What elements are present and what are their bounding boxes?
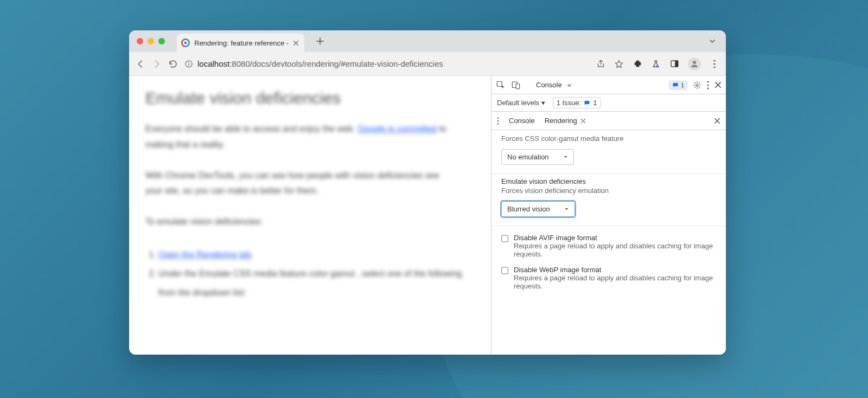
vision-deficiency-section: Emulate vision deficiencies Forces visio… bbox=[492, 174, 726, 226]
bookmark-star-icon[interactable] bbox=[614, 59, 624, 69]
drawer-close-icon[interactable] bbox=[714, 118, 720, 124]
issues-badge[interactable]: 1 bbox=[669, 81, 687, 89]
profile-avatar[interactable] bbox=[688, 57, 701, 70]
settings-gear-icon[interactable] bbox=[693, 81, 701, 89]
checkbox-description: Requires a page reload to apply and disa… bbox=[514, 242, 716, 258]
page-link[interactable]: Google is committed bbox=[358, 124, 437, 133]
color-gamut-select[interactable]: No emulation bbox=[501, 149, 574, 165]
section-title: Emulate vision deficiencies bbox=[501, 177, 716, 185]
drawer-menu-icon[interactable] bbox=[497, 117, 499, 125]
chrome-menu-icon[interactable] bbox=[710, 59, 719, 69]
page-title: Emulate vision deficiencies bbox=[145, 89, 475, 107]
address-bar[interactable]: localhost:8080/docs/devtools/rendering/#… bbox=[184, 59, 589, 68]
url-bar: localhost:8080/docs/devtools/rendering/#… bbox=[129, 52, 726, 76]
side-panel-icon[interactable] bbox=[669, 59, 679, 69]
svg-point-7 bbox=[188, 62, 189, 63]
svg-point-15 bbox=[713, 66, 715, 68]
window-maximize-dot[interactable] bbox=[158, 38, 165, 44]
back-button[interactable] bbox=[136, 59, 145, 69]
url-text: localhost:8080/docs/devtools/rendering/#… bbox=[197, 59, 443, 68]
svg-point-12 bbox=[693, 61, 696, 64]
tabs-dropdown-icon[interactable] bbox=[706, 35, 718, 47]
device-toggle-icon[interactable] bbox=[511, 80, 521, 90]
log-levels-dropdown[interactable]: Default levels ▾ bbox=[497, 99, 545, 107]
disable-webp-checkbox[interactable] bbox=[501, 267, 508, 274]
section-description: Forces CSS color-gamut media feature bbox=[501, 134, 716, 143]
svg-point-4 bbox=[184, 41, 187, 44]
svg-point-21 bbox=[707, 84, 709, 86]
site-info-icon[interactable] bbox=[184, 60, 193, 68]
svg-rect-8 bbox=[188, 63, 189, 66]
window-close-dot[interactable] bbox=[137, 38, 143, 44]
tab-title: Rendering: feature reference - bbox=[194, 39, 289, 47]
devtools-panel: Console » 1 Default levels ▾ 1 Issue: 1 bbox=[491, 76, 726, 355]
extensions-icon[interactable] bbox=[633, 59, 642, 69]
checkbox-title: Disable WebP image format bbox=[514, 266, 716, 274]
disable-webp-row: Disable WebP image format Requires a pag… bbox=[492, 260, 726, 292]
svg-point-20 bbox=[707, 81, 709, 82]
tab-close-icon[interactable] bbox=[293, 40, 299, 46]
browser-window: Rendering: feature reference - localhost… bbox=[129, 30, 726, 355]
list-item: Under the Emulate CSS media feature colo… bbox=[158, 264, 475, 302]
disable-avif-row: Disable AVIF image format Requires a pag… bbox=[492, 226, 726, 260]
drawer-tab-console[interactable]: Console bbox=[509, 117, 535, 125]
page-paragraph: With Chrome DevTools, you can see how pe… bbox=[145, 168, 449, 200]
page-link[interactable]: Open the Rendering tab bbox=[158, 250, 251, 259]
new-tab-button[interactable] bbox=[316, 37, 324, 45]
page-paragraph: To emulate vision deficiencies: bbox=[145, 214, 449, 230]
issues-link[interactable]: 1 Issue: 1 bbox=[553, 97, 601, 108]
close-icon[interactable] bbox=[580, 118, 586, 124]
forward-button[interactable] bbox=[152, 59, 162, 69]
console-filter-bar: Default levels ▾ 1 Issue: 1 bbox=[492, 94, 726, 112]
inspect-element-icon[interactable] bbox=[496, 80, 506, 90]
vision-deficiency-select[interactable]: Blurred vision bbox=[501, 201, 575, 217]
section-description: Forces vision deficiency emulation bbox=[501, 187, 716, 195]
devtools-more-tabs[interactable]: » bbox=[567, 81, 571, 89]
chrome-icon bbox=[181, 38, 190, 47]
chevron-down-icon bbox=[564, 207, 569, 211]
message-icon bbox=[584, 100, 590, 106]
content-area: Emulate vision deficiencies Everyone sho… bbox=[129, 76, 726, 355]
devtools-tab-console[interactable]: Console bbox=[536, 81, 562, 89]
svg-rect-11 bbox=[675, 61, 678, 67]
svg-point-19 bbox=[696, 84, 698, 86]
share-icon[interactable] bbox=[596, 59, 605, 69]
svg-point-25 bbox=[497, 123, 499, 124]
reload-button[interactable] bbox=[168, 59, 178, 69]
devtools-menu-icon[interactable] bbox=[707, 81, 709, 89]
disable-avif-checkbox[interactable] bbox=[501, 235, 508, 242]
svg-point-14 bbox=[713, 63, 715, 65]
checkbox-title: Disable AVIF image format bbox=[514, 234, 716, 242]
list-item: Open the Rendering tab. bbox=[158, 245, 475, 264]
browser-tab[interactable]: Rendering: feature reference - bbox=[177, 34, 304, 52]
window-minimize-dot[interactable] bbox=[148, 38, 154, 44]
svg-point-9 bbox=[656, 66, 658, 67]
page-content: Emulate vision deficiencies Everyone sho… bbox=[129, 76, 491, 355]
labs-icon[interactable] bbox=[651, 59, 661, 69]
svg-point-23 bbox=[497, 117, 499, 118]
devtools-toolbar: Console » 1 bbox=[492, 76, 726, 94]
svg-point-24 bbox=[497, 120, 499, 121]
devtools-close-icon[interactable] bbox=[714, 81, 722, 88]
svg-point-13 bbox=[713, 60, 715, 61]
svg-point-22 bbox=[707, 87, 709, 89]
rendering-panel[interactable]: Forces CSS color-gamut media feature No … bbox=[492, 130, 726, 355]
page-paragraph: Everyone should be able to access and en… bbox=[145, 121, 449, 153]
svg-rect-18 bbox=[516, 84, 520, 88]
titlebar: Rendering: feature reference - bbox=[129, 30, 726, 52]
color-gamut-section: Forces CSS color-gamut media feature No … bbox=[492, 130, 726, 174]
drawer-tab-rendering[interactable]: Rendering bbox=[545, 117, 586, 125]
message-icon bbox=[672, 82, 679, 88]
checkbox-description: Requires a page reload to apply and disa… bbox=[514, 274, 716, 290]
drawer-tabs: Console Rendering bbox=[492, 112, 726, 130]
chevron-down-icon bbox=[563, 155, 568, 159]
